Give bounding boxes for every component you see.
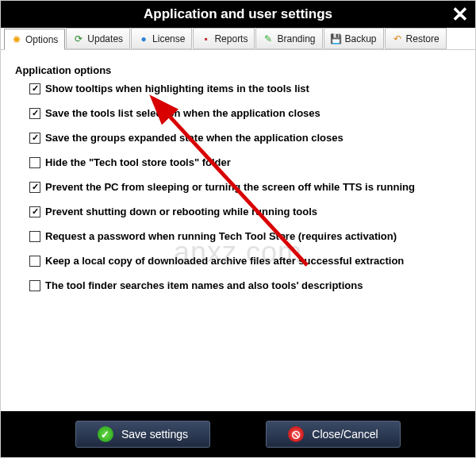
- option-label: Keep a local copy of downloaded archive …: [45, 255, 404, 267]
- checkbox-request-password[interactable]: [29, 231, 40, 242]
- tab-label: Options: [25, 34, 58, 45]
- cancel-icon: [288, 426, 304, 442]
- gear-icon: ✺: [11, 34, 22, 45]
- tab-reports[interactable]: ▪ Reports: [193, 28, 255, 49]
- content-pane: Application options Show tooltips when h…: [1, 50, 475, 411]
- option-row: Prevent the PC from sleeping or turning …: [29, 181, 464, 193]
- option-row: Save the tools list selection when the a…: [29, 107, 464, 119]
- option-row: The tool finder searches item names and …: [29, 279, 464, 291]
- option-label: Save the groups expanded state when the …: [45, 132, 344, 144]
- option-row: Save the groups expanded state when the …: [29, 132, 464, 144]
- titlebar: Application and user settings ✕: [1, 1, 475, 28]
- checkbox-prevent-sleep[interactable]: [29, 182, 40, 193]
- checkbox-tooltips[interactable]: [29, 83, 40, 94]
- checkbox-keep-local-copy[interactable]: [29, 256, 40, 267]
- option-label: Save the tools list selection when the a…: [45, 107, 321, 119]
- tab-bar: ✺ Options ⟳ Updates ● License ▪ Reports …: [1, 28, 475, 50]
- license-icon: ●: [138, 33, 149, 44]
- option-label: Prevent shutting down or rebooting while…: [45, 206, 317, 217]
- tab-label: License: [152, 33, 185, 44]
- section-heading: Application options: [15, 64, 464, 76]
- option-row: Hide the "Tech tool store tools" folder: [29, 156, 464, 168]
- option-label: Hide the "Tech tool store tools" folder: [45, 156, 231, 168]
- checkbox-save-groups[interactable]: [29, 133, 40, 144]
- tab-updates[interactable]: ⟳ Updates: [66, 28, 130, 49]
- close-icon[interactable]: ✕: [451, 2, 469, 26]
- checkbox-tool-finder-desc[interactable]: [29, 280, 40, 291]
- settings-window: Application and user settings ✕ ✺ Option…: [0, 0, 476, 458]
- tab-branding[interactable]: ✎ Branding: [255, 28, 322, 49]
- tab-license[interactable]: ● License: [131, 28, 192, 49]
- button-label: Close/Cancel: [312, 428, 378, 441]
- option-label: The tool finder searches item names and …: [45, 279, 363, 291]
- save-button[interactable]: Save settings: [75, 421, 210, 448]
- tab-label: Reports: [214, 33, 248, 44]
- cancel-button[interactable]: Close/Cancel: [266, 421, 401, 448]
- option-row: Prevent shutting down or rebooting while…: [29, 206, 464, 217]
- window-title: Application and user settings: [144, 6, 332, 22]
- option-row: Keep a local copy of downloaded archive …: [29, 255, 464, 267]
- tab-label: Backup: [345, 33, 377, 44]
- backup-icon: 💾: [331, 33, 342, 44]
- branding-icon: ✎: [263, 33, 274, 44]
- tab-backup[interactable]: 💾 Backup: [324, 28, 384, 49]
- tab-restore[interactable]: ↶ Restore: [385, 28, 447, 49]
- checkbox-hide-folder[interactable]: [29, 157, 40, 168]
- checkbox-prevent-shutdown[interactable]: [29, 206, 40, 217]
- option-label: Show tooltips when highlighting items in…: [45, 83, 309, 94]
- option-label: Prevent the PC from sleeping or turning …: [45, 181, 415, 193]
- option-row: Request a password when running Tech Too…: [29, 230, 464, 242]
- tab-options[interactable]: ✺ Options: [4, 29, 65, 50]
- restore-icon: ↶: [392, 33, 403, 44]
- option-row: Show tooltips when highlighting items in…: [29, 83, 464, 94]
- option-label: Request a password when running Tech Too…: [45, 230, 397, 242]
- ok-icon: [98, 426, 113, 442]
- tab-label: Branding: [277, 33, 315, 44]
- tab-label: Restore: [406, 33, 440, 44]
- footer-bar: Save settings Close/Cancel: [1, 411, 475, 457]
- tab-label: Updates: [87, 33, 123, 44]
- update-icon: ⟳: [73, 33, 84, 44]
- button-label: Save settings: [121, 428, 188, 441]
- checkbox-save-selection[interactable]: [29, 108, 40, 119]
- reports-icon: ▪: [200, 33, 211, 44]
